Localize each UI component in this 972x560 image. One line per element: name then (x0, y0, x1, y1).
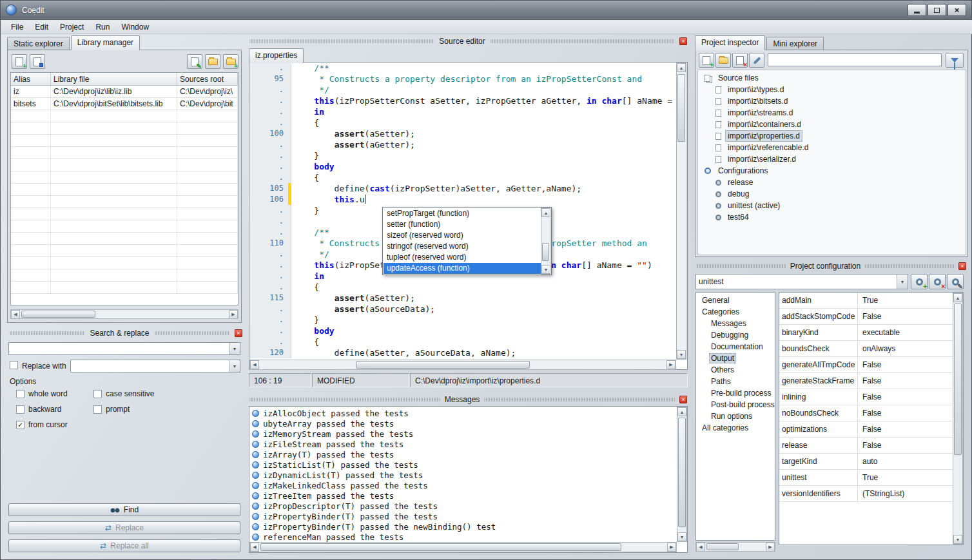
code-line[interactable]: . /** (249, 63, 676, 73)
add-source-button[interactable]: + (699, 53, 714, 68)
tree-node-import-iz-serializer-d[interactable]: import\iz\serializer.d (698, 153, 966, 165)
category-debugging[interactable]: Debugging (696, 329, 775, 341)
message-row[interactable]: izDynamicList(T) passed the tests (249, 470, 676, 480)
editor-vscrollbar-thumb[interactable] (677, 74, 685, 142)
find-button[interactable]: Find (8, 503, 240, 516)
completion-item-tupleof-reserved-word[interactable]: tupleof (reserved word) (384, 252, 541, 263)
completion-vscrollbar-down-arrow[interactable]: ▼ (541, 265, 550, 274)
menu-file[interactable]: File (5, 21, 29, 34)
open-library-folder-button[interactable] (205, 54, 220, 69)
properties-vscrollbar-up-arrow[interactable]: ▲ (953, 293, 962, 302)
messages-header[interactable]: Messages × (248, 394, 689, 405)
message-row[interactable]: ubyteArray passed the tests (249, 418, 676, 429)
category-output[interactable]: Output (696, 352, 775, 364)
edit-configuration-button[interactable]: ✎ (947, 274, 964, 289)
completion-vscrollbar[interactable]: ▲▼ (541, 208, 550, 275)
editor-hscrollbar-right-arrow[interactable]: ▶ (666, 360, 676, 369)
library-row[interactable] (11, 257, 238, 269)
library-row[interactable] (11, 184, 238, 196)
property-row-unittest[interactable]: unittestTrue (779, 470, 953, 486)
option-whole-word[interactable]: whole word (16, 386, 68, 401)
completion-item-updateaccess-function[interactable]: updateAccess (function) (384, 263, 541, 274)
replace-all-button[interactable]: ⇄ Replace all (8, 539, 240, 552)
property-row-optimizations[interactable]: optimizationsFalse (779, 421, 953, 438)
category-others[interactable]: Others (696, 364, 775, 376)
code-line[interactable]: . { (249, 336, 676, 347)
column-header-sources-root[interactable]: Sources root (177, 73, 238, 85)
message-row[interactable]: izStaticList(T) passed the tests (249, 459, 676, 470)
code-line[interactable]: . } (249, 150, 676, 161)
code-line[interactable]: 106 this.u (249, 194, 676, 205)
library-row[interactable] (11, 208, 238, 220)
tree-node-release[interactable]: release (698, 177, 966, 188)
code-line[interactable]: 120 define(aSetter, aSourceData, aName); (249, 347, 676, 358)
code-line[interactable]: 100 assert(aSetter); (249, 128, 676, 139)
library-hscrollbar-thumb[interactable] (21, 311, 95, 318)
library-hscrollbar-right-arrow[interactable]: ▶ (229, 310, 238, 319)
code-line[interactable]: 105 define(cast(izPropSetter)aSetter, aG… (249, 183, 676, 194)
menu-project[interactable]: Project (54, 21, 90, 34)
save-library-list-button[interactable] (30, 54, 45, 69)
categories-hscrollbar-thumb[interactable] (706, 543, 739, 550)
option-from-cursor[interactable]: ✓from cursor (16, 417, 68, 432)
open-source-button[interactable] (715, 53, 731, 68)
search-term-combo[interactable]: ▾ (8, 342, 240, 355)
replace-button[interactable]: ⇄ Replace (8, 521, 240, 534)
messages-vscrollbar-up-arrow[interactable]: ▲ (677, 407, 686, 416)
completion-item-stringof-reserved-word[interactable]: stringof (reserved word) (384, 241, 541, 252)
checkbox-replace-with[interactable] (10, 361, 18, 369)
edit-library-button[interactable]: ✎ (187, 54, 202, 69)
editor-hscrollbar[interactable]: ◀▶ (249, 360, 676, 370)
checkbox-from-cursor[interactable]: ✓ (16, 421, 24, 429)
messages-hscrollbar-track[interactable] (259, 543, 667, 552)
messages-hscrollbar-thumb[interactable] (260, 543, 621, 551)
completion-item-setter-function[interactable]: setter (function) (384, 219, 541, 230)
message-row[interactable]: izArray(T) passed the tests (249, 449, 676, 459)
messages-hscrollbar[interactable]: ◀▶ (249, 542, 677, 552)
category-documentation[interactable]: Documentation (696, 341, 775, 352)
project-configuration-header[interactable]: Project configuration × (695, 261, 968, 271)
title-bar[interactable]: Coedit × (1, 1, 971, 20)
property-row-addmain[interactable]: addMainTrue (779, 293, 953, 309)
editor-hscrollbar-track[interactable] (259, 360, 666, 369)
search-combo-dropdown-button[interactable]: ▾ (229, 343, 240, 354)
properties-vscrollbar-track[interactable] (953, 302, 962, 535)
categories-hscrollbar-left-arrow[interactable]: ◀ (696, 543, 705, 552)
tree-node-import-iz-referencable-d[interactable]: import\iz\referencable.d (698, 142, 966, 153)
message-row[interactable]: izFileStream passed the tests (249, 439, 676, 449)
category-pre-build-process[interactable]: Pre-build process (696, 387, 775, 399)
library-hscrollbar[interactable]: ◀▶ (10, 309, 238, 319)
category-categories[interactable]: Categories (696, 306, 775, 318)
tab-project-inspector[interactable]: Project inspector (695, 35, 765, 50)
library-row[interactable] (11, 245, 238, 257)
tree-node-import-iz-properties-d[interactable]: import\iz\properties.d (698, 130, 966, 142)
search-replace-close-button[interactable]: × (235, 329, 242, 337)
code-line[interactable]: 95 * Constructs a property descriptor fr… (249, 73, 676, 84)
tree-node-import-iz-bitsets-d[interactable]: import\iz\bitsets.d (698, 95, 966, 107)
library-hscrollbar-track[interactable] (20, 310, 229, 318)
library-row[interactable] (11, 147, 238, 159)
categories-hscrollbar-track[interactable] (705, 543, 766, 551)
source-editor-header[interactable]: Source editor × (248, 36, 689, 46)
remove-source-button[interactable]: × (732, 53, 748, 68)
tree-node-unittest-active[interactable]: unittest (active) (698, 200, 966, 211)
add-library-folder-button[interactable]: + (223, 54, 238, 69)
editor-vscrollbar[interactable]: ▲▼ (676, 63, 686, 360)
code-line[interactable]: . this(izPropSetterConst aSetter, izProp… (249, 95, 676, 106)
message-row[interactable]: izTreeItem passed the tests (249, 490, 676, 501)
completion-item-sizeof-reserved-word[interactable]: sizeof (reserved word) (384, 230, 541, 241)
maximize-button[interactable] (928, 4, 946, 16)
replace-with-combo[interactable]: ▾ (70, 360, 240, 372)
property-row-generatestackframe[interactable]: generateStackFrameFalse (779, 373, 953, 389)
category-paths[interactable]: Paths (696, 376, 775, 387)
property-row-versionidentifiers[interactable]: versionIdentifiers(TStringList) (779, 486, 953, 502)
option-prompt[interactable]: prompt (93, 401, 154, 417)
checkbox-whole-word[interactable] (16, 390, 24, 398)
library-row[interactable] (11, 159, 238, 171)
message-row[interactable]: izMemoryStream passed the tests (249, 429, 676, 439)
library-row[interactable] (11, 282, 238, 294)
checkbox-case-sensitive[interactable] (93, 390, 102, 398)
completion-vscrollbar-track[interactable] (541, 217, 550, 265)
editor-hscrollbar-thumb[interactable] (356, 361, 530, 369)
tab-static-explorer[interactable]: Static explorer (7, 37, 70, 50)
